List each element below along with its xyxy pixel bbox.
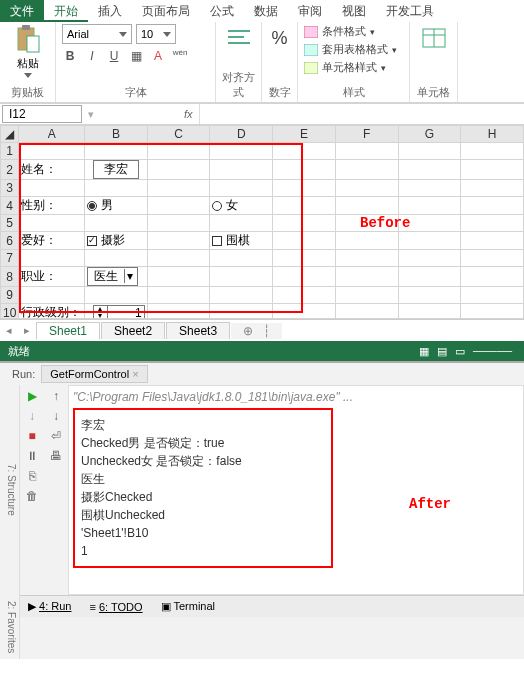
print-icon[interactable]: 🖶 bbox=[49, 449, 63, 463]
ide-output[interactable]: "C:\Program Files\Java\jdk1.8.0_181\bin\… bbox=[68, 385, 524, 595]
row-header[interactable]: 6 bbox=[1, 232, 19, 250]
checkbox-photo[interactable] bbox=[87, 236, 97, 246]
cell-hobby-label[interactable]: 爱好： bbox=[19, 232, 85, 250]
wrap-icon[interactable]: ⏎ bbox=[49, 429, 63, 443]
col-header[interactable]: A bbox=[19, 126, 85, 143]
conditional-format-button[interactable]: 条件格式▾ bbox=[304, 24, 403, 39]
cell-name-label[interactable]: 姓名： bbox=[19, 160, 85, 180]
stop-square-icon[interactable]: ■ bbox=[25, 429, 39, 443]
col-header[interactable]: H bbox=[461, 126, 524, 143]
cell-job-label[interactable]: 职业： bbox=[19, 267, 85, 287]
sheet-add-button[interactable]: ⊕ ┆ bbox=[231, 323, 282, 339]
tab-insert[interactable]: 插入 bbox=[88, 0, 132, 22]
italic-button[interactable]: I bbox=[84, 49, 100, 63]
ide-side-favorites[interactable]: 2: Favorites bbox=[0, 595, 20, 659]
name-button-control[interactable]: 李宏 bbox=[93, 160, 139, 179]
paste-button[interactable]: 粘贴 bbox=[6, 24, 49, 78]
ide-run-tab[interactable]: GetFormControl × bbox=[41, 365, 147, 383]
row-header[interactable]: 5 bbox=[1, 215, 19, 232]
col-header[interactable]: D bbox=[210, 126, 273, 143]
col-header[interactable]: F bbox=[335, 126, 398, 143]
trash-icon[interactable]: 🗑 bbox=[25, 489, 39, 503]
row-header[interactable]: 2 bbox=[1, 160, 19, 180]
spinner-buttons[interactable]: ▴▾ bbox=[94, 306, 108, 320]
tab-home[interactable]: 开始 bbox=[44, 0, 88, 22]
group-label-number: 数字 bbox=[269, 83, 291, 100]
normal-view-icon[interactable]: ▦ bbox=[419, 345, 429, 357]
page-view-icon[interactable]: ▤ bbox=[437, 345, 447, 357]
tab-data[interactable]: 数据 bbox=[244, 0, 288, 22]
tab-layout[interactable]: 页面布局 bbox=[132, 0, 200, 22]
row-header[interactable]: 4 bbox=[1, 197, 19, 215]
cell-style-button[interactable]: 单元格样式▾ bbox=[304, 60, 403, 75]
formula-input[interactable] bbox=[199, 104, 524, 124]
checkbox-go-label: 围棋 bbox=[226, 233, 250, 247]
ide-toolbar: ▶ ↓ ■ ⏸ ⎘ 🗑 bbox=[20, 385, 44, 595]
col-header[interactable]: C bbox=[147, 126, 210, 143]
paste-icon bbox=[15, 24, 41, 54]
svg-rect-6 bbox=[304, 26, 318, 38]
row-header[interactable]: 10 bbox=[1, 304, 19, 320]
tab-view[interactable]: 视图 bbox=[332, 0, 376, 22]
radio-female[interactable] bbox=[212, 201, 222, 211]
sheet-nav-next[interactable]: ▸ bbox=[18, 324, 36, 337]
radio-male[interactable] bbox=[87, 201, 97, 211]
sheet-tab-bar: ◂ ▸ Sheet1 Sheet2 Sheet3 ⊕ ┆ bbox=[0, 319, 524, 341]
row-header[interactable]: 7 bbox=[1, 250, 19, 267]
border-button[interactable]: ▦ bbox=[128, 49, 144, 63]
align-icon bbox=[226, 28, 252, 48]
cell-sex-label[interactable]: 性别： bbox=[19, 197, 85, 215]
row-header[interactable]: 3 bbox=[1, 180, 19, 197]
namebox-dropdown[interactable]: ▾ bbox=[84, 108, 98, 121]
font-color-button[interactable]: A bbox=[150, 49, 166, 63]
rank-spinner[interactable]: ▴▾1 bbox=[93, 305, 145, 320]
name-box[interactable]: I12 bbox=[2, 105, 82, 123]
fx-icon[interactable]: fx bbox=[178, 108, 199, 120]
row-header[interactable]: 9 bbox=[1, 287, 19, 304]
cells-button[interactable] bbox=[420, 24, 448, 52]
ide-side-structure[interactable]: 7: Structure bbox=[0, 385, 20, 595]
bottom-todo-tab[interactable]: ≡ 6: TODO bbox=[89, 601, 142, 613]
bold-button[interactable]: B bbox=[62, 49, 78, 63]
job-combobox[interactable]: 医生▾ bbox=[87, 267, 138, 286]
font-size-select[interactable]: 10 bbox=[136, 24, 176, 44]
pause-icon[interactable]: ⏸ bbox=[25, 449, 39, 463]
view-controls[interactable]: ▦▤▭───── bbox=[415, 345, 516, 358]
row-header[interactable]: 1 bbox=[1, 143, 19, 160]
underline-button[interactable]: U bbox=[106, 49, 122, 63]
tab-file[interactable]: 文件 bbox=[0, 0, 44, 22]
align-button[interactable] bbox=[225, 24, 253, 52]
down-icon[interactable]: ↓ bbox=[49, 409, 63, 423]
tab-dev[interactable]: 开发工具 bbox=[376, 0, 444, 22]
sheet-tab-2[interactable]: Sheet2 bbox=[101, 322, 165, 339]
stop-icon[interactable]: ↓ bbox=[25, 409, 39, 423]
phonetic-button[interactable]: wén bbox=[172, 48, 188, 63]
group-label-cells: 单元格 bbox=[417, 83, 450, 100]
col-header[interactable]: G bbox=[398, 126, 461, 143]
tab-formula[interactable]: 公式 bbox=[200, 0, 244, 22]
run-icon[interactable]: ▶ bbox=[25, 389, 39, 403]
tab-review[interactable]: 审阅 bbox=[288, 0, 332, 22]
grid-table[interactable]: ◢ A B C D E F G H 1 2姓名：李宏 3 4性别：男女 5 6爱… bbox=[0, 125, 524, 319]
select-all[interactable]: ◢ bbox=[1, 126, 19, 143]
pagebreak-view-icon[interactable]: ▭ bbox=[455, 345, 465, 357]
chevron-down-icon bbox=[163, 32, 171, 37]
font-name: Arial bbox=[67, 28, 89, 40]
bottom-run-tab[interactable]: ▶ 4: Run bbox=[28, 600, 71, 613]
table-format-button[interactable]: 套用表格格式▾ bbox=[304, 42, 403, 57]
sheet-tab-3[interactable]: Sheet3 bbox=[166, 322, 230, 339]
checkbox-go[interactable] bbox=[212, 236, 222, 246]
sheet-tab-1[interactable]: Sheet1 bbox=[36, 322, 100, 340]
font-name-select[interactable]: Arial bbox=[62, 24, 132, 44]
sheet-nav-prev[interactable]: ◂ bbox=[0, 324, 18, 337]
close-icon[interactable]: × bbox=[132, 368, 138, 380]
cell-rank-label[interactable]: 行政级别： bbox=[19, 304, 85, 320]
up-icon[interactable]: ↑ bbox=[49, 389, 63, 403]
row-header[interactable]: 8 bbox=[1, 267, 19, 287]
number-format-button[interactable]: % bbox=[266, 24, 294, 52]
col-header[interactable]: B bbox=[85, 126, 148, 143]
col-header[interactable]: E bbox=[273, 126, 336, 143]
dump-icon[interactable]: ⎘ bbox=[25, 469, 39, 483]
bottom-terminal-tab[interactable]: ▣ Terminal bbox=[161, 600, 215, 613]
out-line: 'Sheet1'!B10 bbox=[81, 524, 325, 542]
